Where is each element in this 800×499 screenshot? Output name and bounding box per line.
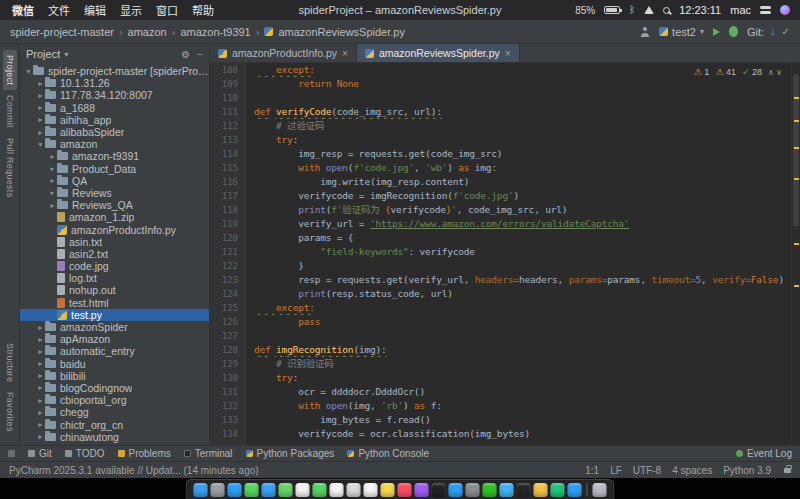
breadcrumb-item[interactable]: amazon-t9391 (180, 26, 250, 38)
dock-icon-maps[interactable] (279, 483, 293, 497)
tool-button-event-log[interactable]: Event Log (736, 448, 792, 459)
wifi-icon[interactable] (644, 6, 654, 14)
menu-item-2[interactable]: 编辑 (84, 2, 106, 18)
status-item-4[interactable]: Python 3.9 (723, 465, 771, 476)
status-item-0[interactable]: 1:1 (585, 465, 599, 476)
dock-icon-pycharm[interactable] (551, 483, 565, 497)
line-number[interactable]: 116 (210, 175, 246, 189)
line-number[interactable]: 130 (210, 371, 246, 385)
tree-item[interactable]: ▾amazon (20, 138, 209, 150)
tree-item[interactable]: log.txt (20, 272, 209, 284)
inspections-widget[interactable]: ⚠ 1 ⚠ 41 ✓ 28 ∧ ∨ (689, 66, 787, 78)
tree-item[interactable]: ▸baidu (20, 358, 209, 370)
stripe-item-project[interactable]: Project (3, 50, 17, 90)
line-number[interactable]: 127 (210, 329, 246, 343)
stripe-item-favorites[interactable]: Favorites (3, 387, 17, 437)
tree-item[interactable]: ▸chinawutong (20, 431, 209, 443)
prev-next-chevrons[interactable]: ∧ ∨ (768, 68, 782, 77)
git-commit-icon[interactable]: ✓ (782, 27, 790, 37)
dock-icon-reminders[interactable] (364, 483, 378, 497)
debug-button[interactable] (729, 26, 738, 37)
menu-item-1[interactable]: 文件 (48, 2, 70, 18)
menu-item-5[interactable]: 帮助 (192, 2, 214, 18)
dock-icon-vscode[interactable] (568, 483, 582, 497)
control-center-icon[interactable] (760, 6, 771, 15)
git-update-icon[interactable]: ↓ (770, 26, 776, 37)
user-name[interactable]: mac (730, 4, 751, 16)
tool-button-python-console[interactable]: Python Console (347, 448, 429, 459)
dock-icon-contacts[interactable] (347, 483, 361, 497)
tree-item[interactable]: ▸a_1688 (20, 102, 209, 114)
dock-icon-calendar[interactable] (330, 483, 344, 497)
tree-item[interactable]: nohup.out (20, 284, 209, 296)
tree-item[interactable]: asin2.txt (20, 248, 209, 260)
dock-icon-appstore[interactable] (449, 483, 463, 497)
close-icon[interactable]: × (342, 48, 348, 59)
tree-item[interactable]: ▾spider-project-master [spiderProject] (20, 65, 209, 77)
close-icon[interactable]: × (505, 48, 511, 59)
battery-icon[interactable] (604, 6, 620, 14)
menu-item-4[interactable]: 窗口 (156, 2, 178, 18)
line-number[interactable]: 113 (210, 133, 246, 147)
dock-icon-tv[interactable] (432, 483, 446, 497)
dock-icon-podcasts[interactable] (415, 483, 429, 497)
breadcrumb-item[interactable]: amazonReviewsSpider.py (278, 26, 405, 38)
tree-item[interactable]: ▸chictr_org_cn (20, 418, 209, 430)
tree-item[interactable]: code.jpg (20, 260, 209, 272)
tool-button-problems[interactable]: Problems (118, 448, 171, 459)
editor-tab[interactable]: amazonProductInfo.py× (210, 44, 357, 62)
editor-tab[interactable]: amazonReviewsSpider.py× (357, 44, 520, 62)
bluetooth-icon[interactable]: ᛒ (629, 5, 635, 15)
line-number[interactable]: 115 (210, 161, 246, 175)
line-number[interactable]: 125 (210, 301, 246, 315)
dock-icon-mail[interactable] (262, 483, 276, 497)
line-number[interactable]: 121 (210, 245, 246, 259)
breadcrumb-item[interactable]: amazon (128, 26, 167, 38)
collapse-all-icon[interactable]: − (197, 49, 203, 60)
line-number[interactable]: 114 (210, 147, 246, 161)
run-config-selector[interactable]: test2 ▾ (659, 26, 704, 38)
dock-icon-safari[interactable] (228, 483, 242, 497)
status-item-2[interactable]: UTF-8 (633, 465, 661, 476)
menu-item-3[interactable]: 显示 (120, 2, 142, 18)
chevron-down-icon[interactable]: ▾ (64, 50, 68, 59)
code-editor[interactable]: ⚠ 1 ⚠ 41 ✓ 28 ∧ ∨ 108 except:109 return … (210, 63, 800, 445)
tree-item[interactable]: ▸chegg (20, 406, 209, 418)
line-number[interactable]: 131 (210, 385, 246, 399)
run-button[interactable] (713, 28, 720, 36)
line-number[interactable]: 134 (210, 427, 246, 441)
line-number[interactable]: 126 (210, 315, 246, 329)
dock-icon-music[interactable] (398, 483, 412, 497)
tree-item[interactable]: asin.txt (20, 236, 209, 248)
dock-icon-photos[interactable] (296, 483, 310, 497)
dock-icon-messages[interactable] (245, 483, 259, 497)
line-number[interactable]: 112 (210, 119, 246, 133)
tool-button-terminal[interactable]: Terminal (184, 448, 233, 459)
dock-icon-launchpad[interactable] (211, 483, 225, 497)
dock-icon-finder[interactable] (194, 483, 208, 497)
status-item-1[interactable]: LF (610, 465, 622, 476)
clock[interactable]: 12:23:11 (679, 4, 721, 16)
tool-button-git[interactable]: Git (28, 448, 52, 459)
line-number[interactable]: 109 (210, 77, 246, 91)
dock-icon-terminal[interactable] (517, 483, 531, 497)
line-number[interactable]: 132 (210, 399, 246, 413)
line-number[interactable]: 108 (210, 63, 246, 77)
tool-button-python-packages[interactable]: Python Packages (246, 448, 335, 459)
line-number[interactable]: 120 (210, 231, 246, 245)
tree-item[interactable]: ▸aihiha_app (20, 114, 209, 126)
line-number[interactable]: 133 (210, 413, 246, 427)
tree-item[interactable]: ▸Reviews_QA (20, 199, 209, 211)
tree-item[interactable]: ▸Product_Data (20, 163, 209, 175)
tree-item[interactable]: ▸Reviews (20, 187, 209, 199)
line-number[interactable]: 119 (210, 217, 246, 231)
tool-button-todo[interactable]: TODO (65, 448, 105, 459)
tree-item[interactable]: ▸blogCodingnow (20, 382, 209, 394)
line-number[interactable]: 123 (210, 273, 246, 287)
project-panel-title[interactable]: Project (26, 48, 60, 60)
tree-item[interactable]: ▸alibabaSpider (20, 126, 209, 138)
line-number[interactable]: 122 (210, 259, 246, 273)
settings-gear-icon[interactable]: ⚙ (181, 49, 190, 60)
lock-icon[interactable] (784, 468, 791, 473)
line-number[interactable]: 117 (210, 189, 246, 203)
